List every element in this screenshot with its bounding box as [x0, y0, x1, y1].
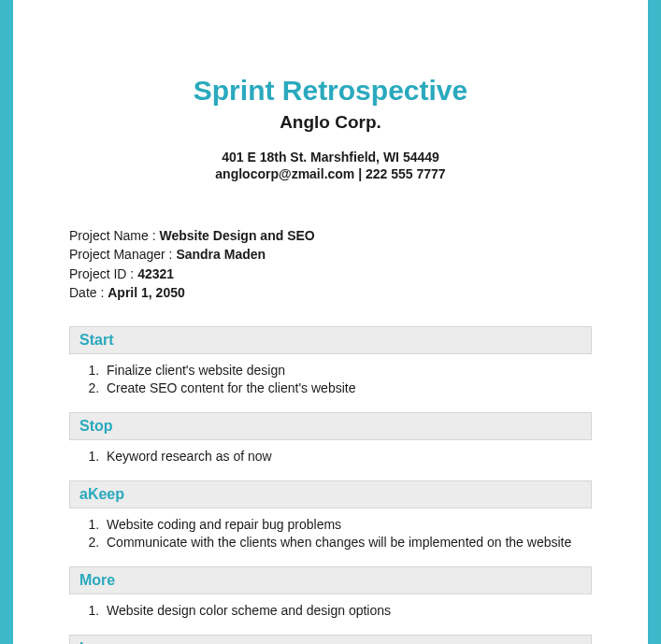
company-name: Anglo Corp. [69, 112, 592, 133]
section-heading-start: Start [69, 326, 592, 354]
section-heading-more: More [69, 566, 592, 594]
page-title: Sprint Retrospective [69, 75, 592, 107]
section-list-start: Finalize client's website design Create … [69, 354, 592, 407]
meta-row-project-name: Project Name : Website Design and SEO [69, 226, 592, 245]
list-item: Website coding and repair bug problems [103, 516, 592, 534]
section-heading-stop: Stop [69, 412, 592, 440]
meta-value: Sandra Maden [176, 247, 266, 262]
meta-label: Date : [69, 285, 108, 300]
meta-label: Project ID : [69, 266, 137, 281]
list-item: Communicate with the clients when change… [103, 534, 592, 551]
section-list-keep: Website coding and repair bug problems C… [69, 508, 592, 561]
list-item: Keyword research as of now [103, 448, 592, 465]
document-header: Sprint Retrospective Anglo Corp. 401 E 1… [69, 0, 592, 181]
meta-value: April 1, 2050 [108, 285, 185, 300]
section-list-more: Website design color scheme and design o… [69, 594, 592, 629]
document-page: Sprint Retrospective Anglo Corp. 401 E 1… [0, 0, 661, 644]
meta-value: 42321 [137, 266, 174, 281]
meta-row-date: Date : April 1, 2050 [69, 283, 592, 302]
section-heading-less: Less [69, 635, 592, 644]
section-heading-keep: aKeep [69, 480, 592, 508]
list-item: Finalize client's website design [103, 362, 592, 379]
company-address: 401 E 18th St. Marshfield, WI 54449 [69, 150, 592, 165]
meta-row-project-id: Project ID : 42321 [69, 265, 592, 283]
list-item: Create SEO content for the client's webs… [103, 379, 592, 397]
meta-row-project-manager: Project Manager : Sandra Maden [69, 245, 592, 264]
project-meta: Project Name : Website Design and SEO Pr… [69, 226, 592, 302]
meta-label: Project Manager : [69, 247, 176, 262]
meta-value: Website Design and SEO [159, 228, 314, 243]
meta-label: Project Name : [69, 228, 159, 243]
retro-sections: Start Finalize client's website design C… [69, 326, 592, 644]
section-list-stop: Keyword research as of now [69, 440, 592, 475]
company-contact: anglocorp@zmail.com | 222 555 7777 [69, 166, 592, 181]
list-item: Website design color scheme and design o… [103, 602, 592, 620]
